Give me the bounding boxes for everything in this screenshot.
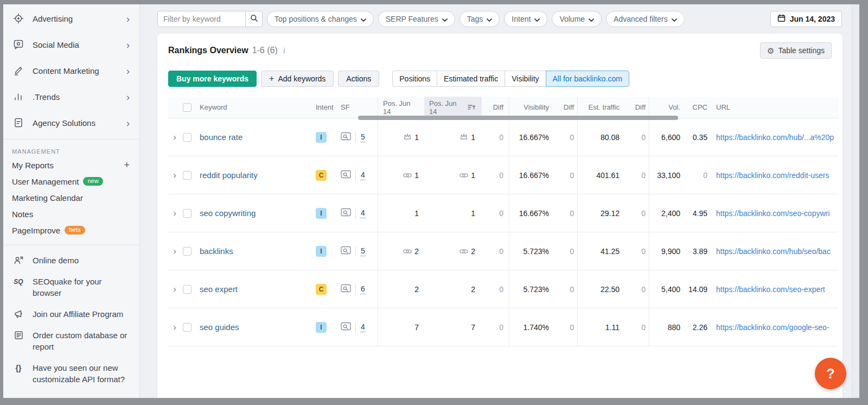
sidebar-item-online-demo[interactable]: Online demo xyxy=(3,250,139,271)
sidebar-item-advertising[interactable]: Advertising › xyxy=(3,5,139,31)
keyword-link[interactable]: seo expert xyxy=(200,284,238,294)
actions-button[interactable]: Actions xyxy=(338,71,379,87)
keyword-link[interactable]: reddit popularity xyxy=(200,170,258,180)
volume-value: 6,600 xyxy=(649,118,682,156)
keyword-link[interactable]: backlinks xyxy=(200,246,233,256)
seoquake-icon: SQ xyxy=(12,276,25,288)
col-diff-1[interactable]: Diff xyxy=(482,97,509,118)
gear-icon: ⚙ xyxy=(767,47,774,55)
col-url[interactable]: URL xyxy=(711,97,838,118)
vertical-scrollbar[interactable] xyxy=(852,4,859,398)
sidebar-item-notes[interactable]: Notes xyxy=(3,206,139,222)
row-expand-icon[interactable]: › xyxy=(173,246,176,257)
col-est-traffic[interactable]: Est. traffic xyxy=(577,97,627,118)
url-link[interactable]: https://backlinko.com/hub/seo/bac xyxy=(716,247,831,256)
sf-count[interactable]: 4 xyxy=(360,170,366,180)
col-diff-3[interactable]: Diff xyxy=(627,97,649,118)
col-intent[interactable]: Intent xyxy=(312,97,336,118)
plus-icon[interactable]: + xyxy=(124,160,130,171)
col-volume[interactable]: Vol. xyxy=(649,97,682,118)
col-visibility[interactable]: Visibility xyxy=(509,97,556,118)
url-link[interactable]: https://backlinko.com/hub/...a%20p xyxy=(716,133,834,142)
filter-volume-dropdown[interactable]: Volume xyxy=(552,11,602,27)
col-pos-jun-14[interactable]: Pos. Jun 14 xyxy=(378,97,424,118)
filter-tags-dropdown[interactable]: Tags xyxy=(459,11,500,27)
help-button[interactable]: ? xyxy=(815,358,846,389)
braces-icon: {} xyxy=(12,363,25,374)
col-cpc[interactable]: CPC xyxy=(682,97,711,118)
sidebar-item-seoquake[interactable]: SQ SEOquake for your browser xyxy=(3,271,139,303)
sidebar-divider xyxy=(3,245,139,245)
url-link[interactable]: https://backlinko.com/seo-expert xyxy=(716,285,825,294)
filter-top-positions-dropdown[interactable]: Top positions & changes xyxy=(267,11,374,27)
sidebar-item-trends[interactable]: .Trends › xyxy=(3,84,139,110)
col-sf[interactable]: SF xyxy=(336,97,378,118)
sidebar-item-social-media[interactable]: Social Media › xyxy=(3,31,139,58)
keyword-link[interactable]: seo guides xyxy=(200,322,239,332)
sidebar-item-affiliate-program[interactable]: Join our Affiliate Program xyxy=(3,303,139,325)
document-icon xyxy=(12,117,25,128)
visibility-diff: 0 xyxy=(556,118,577,156)
keyword-filter-input[interactable] xyxy=(157,11,245,27)
sidebar-item-order-custom-database[interactable]: Order custom database or report xyxy=(3,325,139,357)
row-expand-icon[interactable]: › xyxy=(173,132,176,143)
select-all-checkbox[interactable] xyxy=(183,103,192,112)
horizontal-scrollbar[interactable] xyxy=(358,116,678,120)
chevron-right-icon: › xyxy=(126,92,130,102)
intent-informational-badge[interactable]: I xyxy=(316,322,327,333)
sf-count[interactable]: 6 xyxy=(360,284,366,294)
sidebar-item-sensor[interactable]: Sensor xyxy=(3,390,139,398)
filter-advanced-dropdown[interactable]: Advanced filters xyxy=(606,11,685,27)
sf-count[interactable]: 5 xyxy=(360,132,366,142)
row-checkbox[interactable] xyxy=(183,285,192,294)
traffic-value: 41.25 xyxy=(577,232,627,270)
table-settings-button[interactable]: ⚙ Table settings xyxy=(760,42,832,59)
intent-commercial-badge[interactable]: C xyxy=(316,170,327,181)
row-expand-icon[interactable]: › xyxy=(173,322,176,333)
row-checkbox[interactable] xyxy=(183,171,192,180)
sidebar-item-marketing-calendar[interactable]: Marketing Calendar xyxy=(3,189,139,206)
person-icon xyxy=(12,255,25,265)
sf-count[interactable]: 4 xyxy=(360,322,366,332)
add-keywords-button[interactable]: + Add keywords xyxy=(261,71,334,87)
info-icon[interactable]: i xyxy=(283,46,285,55)
row-checkbox[interactable] xyxy=(183,209,192,218)
url-link[interactable]: https://backlinko.com/reddit-users xyxy=(716,171,829,180)
keyword-link[interactable]: bounce rate xyxy=(200,132,242,142)
sidebar-item-content-marketing[interactable]: Content Marketing › xyxy=(3,58,139,84)
row-checkbox[interactable] xyxy=(183,323,192,332)
intent-informational-badge[interactable]: I xyxy=(316,208,327,219)
col-pos-jun-14-sorted[interactable]: Pos. Jun 14 xyxy=(424,97,482,118)
tab-estimated-traffic[interactable]: Estimated traffic xyxy=(437,71,505,87)
sidebar-item-pageimprove[interactable]: PageImprove beta xyxy=(3,222,139,238)
filter-intent-dropdown[interactable]: Intent xyxy=(504,11,547,27)
url-link[interactable]: https://backlinko.com/google-seo- xyxy=(716,323,829,332)
col-diff-2[interactable]: Diff xyxy=(556,97,577,118)
tab-positions[interactable]: Positions xyxy=(392,71,437,87)
sf-count[interactable]: 5 xyxy=(360,246,366,256)
row-expand-icon[interactable]: › xyxy=(173,170,176,181)
row-checkbox[interactable] xyxy=(183,133,192,142)
intent-commercial-badge[interactable]: C xyxy=(316,284,327,295)
visibility-diff: 0 xyxy=(556,232,577,270)
url-link[interactable]: https://backlinko.com/seo-copywri xyxy=(716,209,829,218)
intent-informational-badge[interactable]: I xyxy=(316,246,327,257)
filter-serp-features-dropdown[interactable]: SERP Features xyxy=(378,11,455,27)
tab-visibility[interactable]: Visibility xyxy=(505,71,546,87)
sidebar-item-user-management[interactable]: User Management new xyxy=(3,173,139,189)
tab-all-for-domain[interactable]: All for backlinko.com xyxy=(546,71,629,87)
intent-informational-badge[interactable]: I xyxy=(316,132,327,143)
search-button[interactable] xyxy=(245,11,263,27)
sidebar-item-agency-solutions[interactable]: Agency Solutions › xyxy=(3,110,139,136)
sf-count[interactable]: 4 xyxy=(360,208,366,218)
sidebar-item-api-format[interactable]: {} Have you seen our new customizable AP… xyxy=(3,357,139,390)
date-picker-button[interactable]: Jun 14, 2023 xyxy=(770,11,842,27)
main-content: Top positions & changes SERP Features Ta… xyxy=(140,4,859,398)
row-expand-icon[interactable]: › xyxy=(173,208,176,219)
sidebar-item-my-reports[interactable]: My Reports + xyxy=(3,157,139,173)
row-expand-icon[interactable]: › xyxy=(173,284,176,295)
row-checkbox[interactable] xyxy=(183,247,192,256)
keyword-link[interactable]: seo copywriting xyxy=(200,208,256,218)
col-keyword[interactable]: Keyword xyxy=(197,97,312,118)
buy-more-keywords-button[interactable]: Buy more keywords xyxy=(168,71,257,87)
